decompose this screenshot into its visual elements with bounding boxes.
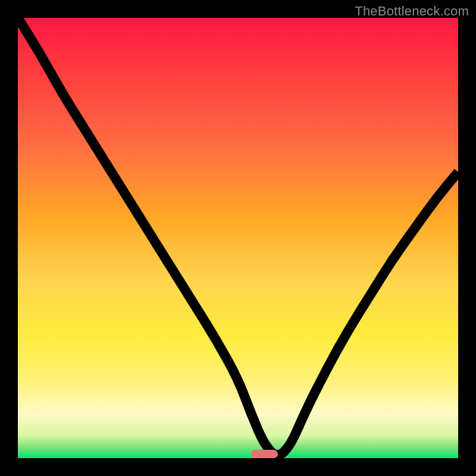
watermark-text: TheBottleneck.com [355, 4, 469, 19]
chart-frame: TheBottleneck.com [0, 0, 476, 476]
curve-path [18, 18, 458, 455]
plot-area [18, 18, 458, 458]
bottleneck-curve [18, 18, 458, 458]
optimal-marker [251, 450, 277, 458]
